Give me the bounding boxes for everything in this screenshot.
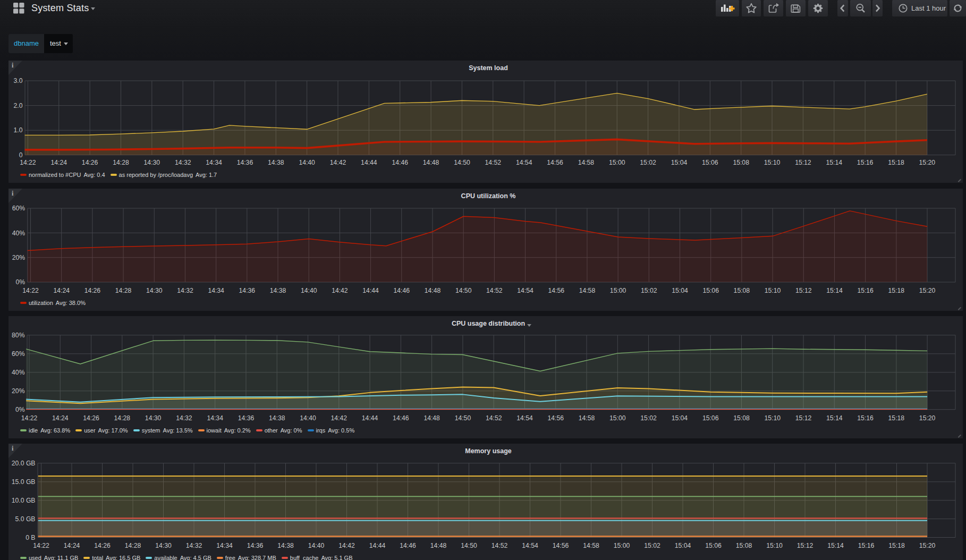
svg-text:15:04: 15:04 xyxy=(675,542,691,549)
svg-text:14:36: 14:36 xyxy=(237,159,253,166)
svg-text:14:42: 14:42 xyxy=(338,542,355,549)
svg-text:14:52: 14:52 xyxy=(486,287,503,294)
svg-text:14:38: 14:38 xyxy=(268,159,284,166)
svg-text:14:56: 14:56 xyxy=(548,287,564,294)
svg-text:14:46: 14:46 xyxy=(394,287,410,294)
svg-text:14:28: 14:28 xyxy=(115,287,132,294)
svg-text:14:30: 14:30 xyxy=(144,159,160,166)
svg-text:60%: 60% xyxy=(12,205,26,212)
svg-text:15.0 GB: 15.0 GB xyxy=(12,478,36,486)
svg-text:14:26: 14:26 xyxy=(82,159,98,166)
svg-text:14:54: 14:54 xyxy=(516,159,532,166)
svg-text:14:36: 14:36 xyxy=(238,414,255,422)
svg-text:20.0 GB: 20.0 GB xyxy=(12,460,36,467)
svg-text:14:30: 14:30 xyxy=(145,414,162,422)
svg-text:14:48: 14:48 xyxy=(423,159,439,166)
svg-text:15:04: 15:04 xyxy=(672,414,688,422)
svg-text:14:32: 14:32 xyxy=(186,542,202,549)
svg-text:14:50: 14:50 xyxy=(455,414,471,422)
svg-text:15:10: 15:10 xyxy=(764,414,781,422)
svg-text:15:20: 15:20 xyxy=(919,159,936,166)
svg-text:14:26: 14:26 xyxy=(84,287,101,294)
svg-text:14:32: 14:32 xyxy=(175,159,191,166)
svg-text:14:44: 14:44 xyxy=(361,159,377,166)
svg-text:15:12: 15:12 xyxy=(795,159,811,166)
svg-text:15:02: 15:02 xyxy=(640,159,656,166)
svg-text:14:38: 14:38 xyxy=(270,287,286,294)
svg-text:20%: 20% xyxy=(12,387,25,395)
svg-text:1.0: 1.0 xyxy=(14,126,23,134)
svg-text:2.0: 2.0 xyxy=(14,102,23,109)
svg-text:15:08: 15:08 xyxy=(733,414,750,422)
svg-text:15:10: 15:10 xyxy=(766,542,783,549)
svg-text:14:54: 14:54 xyxy=(517,287,533,294)
svg-text:14:42: 14:42 xyxy=(331,414,348,422)
svg-text:14:22: 14:22 xyxy=(20,159,36,166)
svg-text:15:16: 15:16 xyxy=(858,542,875,549)
svg-text:14:44: 14:44 xyxy=(369,542,386,549)
svg-text:14:50: 14:50 xyxy=(461,542,477,549)
svg-text:14:40: 14:40 xyxy=(301,287,317,294)
svg-text:14:34: 14:34 xyxy=(208,287,224,294)
svg-text:14:44: 14:44 xyxy=(362,414,378,422)
svg-text:15:10: 15:10 xyxy=(765,287,781,294)
svg-text:3.0: 3.0 xyxy=(14,77,23,84)
svg-text:15:06: 15:06 xyxy=(702,287,719,294)
svg-text:14:42: 14:42 xyxy=(332,287,348,294)
svg-text:15:18: 15:18 xyxy=(888,542,905,549)
svg-text:14:34: 14:34 xyxy=(207,414,223,422)
svg-text:10.0 GB: 10.0 GB xyxy=(12,497,36,504)
svg-text:14:38: 14:38 xyxy=(277,542,294,549)
svg-text:0%: 0% xyxy=(16,278,26,286)
svg-text:15:00: 15:00 xyxy=(609,414,626,422)
svg-text:15:08: 15:08 xyxy=(736,542,752,549)
svg-text:14:42: 14:42 xyxy=(330,159,346,166)
svg-text:15:02: 15:02 xyxy=(641,287,657,294)
svg-text:14:28: 14:28 xyxy=(113,159,129,166)
svg-text:15:02: 15:02 xyxy=(640,414,657,422)
svg-text:0%: 0% xyxy=(15,406,25,413)
svg-text:20%: 20% xyxy=(12,254,26,261)
svg-text:15:00: 15:00 xyxy=(614,542,630,549)
svg-text:15:04: 15:04 xyxy=(672,287,688,294)
svg-text:15:18: 15:18 xyxy=(888,414,905,422)
svg-text:14:46: 14:46 xyxy=(393,414,409,422)
svg-text:14:52: 14:52 xyxy=(492,542,508,549)
svg-text:14:46: 14:46 xyxy=(400,542,416,549)
svg-text:14:26: 14:26 xyxy=(94,542,111,549)
svg-text:14:24: 14:24 xyxy=(64,542,80,549)
svg-text:14:52: 14:52 xyxy=(486,414,502,422)
svg-text:14:28: 14:28 xyxy=(114,414,131,422)
svg-text:14:28: 14:28 xyxy=(125,542,141,549)
svg-text:15:20: 15:20 xyxy=(919,414,936,422)
svg-text:14:22: 14:22 xyxy=(21,414,38,422)
svg-text:14:38: 14:38 xyxy=(269,414,285,422)
svg-text:15:14: 15:14 xyxy=(826,159,843,166)
svg-text:15:06: 15:06 xyxy=(702,414,719,422)
svg-text:15:06: 15:06 xyxy=(702,159,718,166)
svg-text:0 B: 0 B xyxy=(26,534,35,541)
svg-text:15:08: 15:08 xyxy=(734,287,750,294)
svg-text:15:18: 15:18 xyxy=(888,159,904,166)
svg-text:15:00: 15:00 xyxy=(610,287,626,294)
svg-text:14:34: 14:34 xyxy=(216,542,233,549)
svg-text:14:24: 14:24 xyxy=(53,287,70,294)
svg-text:15:04: 15:04 xyxy=(671,159,688,166)
svg-text:14:48: 14:48 xyxy=(425,287,441,294)
svg-text:15:16: 15:16 xyxy=(857,159,874,166)
svg-text:14:26: 14:26 xyxy=(83,414,99,422)
svg-text:14:24: 14:24 xyxy=(51,159,67,166)
svg-text:15:08: 15:08 xyxy=(733,159,749,166)
svg-text:14:50: 14:50 xyxy=(455,287,472,294)
svg-text:15:06: 15:06 xyxy=(705,542,722,549)
svg-text:15:14: 15:14 xyxy=(827,542,844,549)
svg-text:14:50: 14:50 xyxy=(454,159,470,166)
svg-text:14:40: 14:40 xyxy=(299,159,315,166)
svg-text:14:40: 14:40 xyxy=(300,414,316,422)
svg-text:14:36: 14:36 xyxy=(247,542,264,549)
svg-text:14:36: 14:36 xyxy=(239,287,256,294)
svg-text:15:12: 15:12 xyxy=(795,287,812,294)
svg-text:15:00: 15:00 xyxy=(609,159,625,166)
svg-text:15:20: 15:20 xyxy=(919,287,936,294)
svg-text:15:14: 15:14 xyxy=(826,414,843,422)
